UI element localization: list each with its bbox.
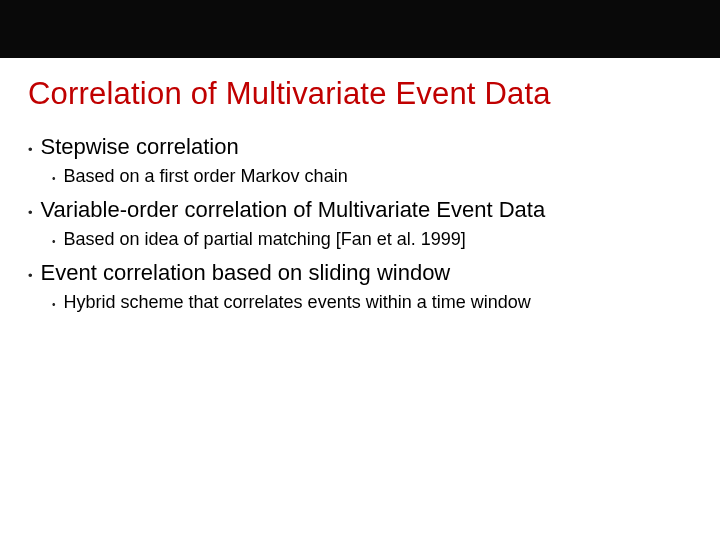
bullet-row: • Variable-order correlation of Multivar… [28,197,692,223]
bullet-list: • Stepwise correlation • Based on a firs… [28,134,692,313]
slide-content: Correlation of Multivariate Event Data •… [0,58,720,313]
bullet-text: Stepwise correlation [41,134,239,160]
sub-bullet-text: Hybrid scheme that correlates events wit… [64,292,531,313]
sub-bullet-row: • Hybrid scheme that correlates events w… [52,292,692,313]
slide-title: Correlation of Multivariate Event Data [28,76,692,112]
bullet-icon: • [52,295,56,310]
sub-bullet-row: • Based on a first order Markov chain [52,166,692,187]
bullet-icon: • [28,137,33,156]
list-item: • Event correlation based on sliding win… [28,260,692,313]
list-item: • Variable-order correlation of Multivar… [28,197,692,250]
bullet-icon: • [52,232,56,247]
bullet-icon: • [28,200,33,219]
bullet-text: Variable-order correlation of Multivaria… [41,197,546,223]
top-title-band [0,0,720,58]
bullet-row: • Stepwise correlation [28,134,692,160]
sub-bullet-text: Based on idea of partial matching [Fan e… [64,229,466,250]
sub-bullet-row: • Based on idea of partial matching [Fan… [52,229,692,250]
bullet-text: Event correlation based on sliding windo… [41,260,451,286]
sub-bullet-text: Based on a first order Markov chain [64,166,348,187]
list-item: • Stepwise correlation • Based on a firs… [28,134,692,187]
bullet-icon: • [28,263,33,282]
bullet-row: • Event correlation based on sliding win… [28,260,692,286]
bullet-icon: • [52,169,56,184]
